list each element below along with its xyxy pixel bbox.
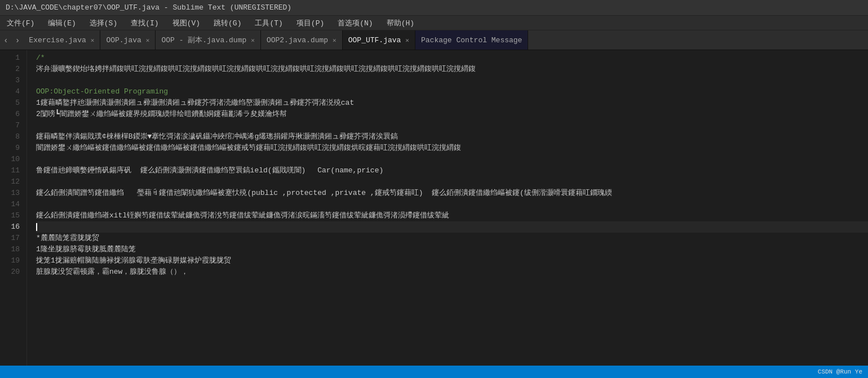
menu-bar: 文件(F) 编辑(E) 选择(S) 查找(I) 视图(V) 跳转(G) 工具(T… [0, 16, 868, 30]
menu-goto[interactable]: 跳转(G) [211, 17, 243, 29]
code-line-12 [36, 176, 868, 188]
line-number-15: 15 [5, 210, 20, 221]
code-line-1: /* [36, 52, 868, 64]
menu-project[interactable]: 项目(P) [294, 17, 326, 29]
line-number-14: 14 [5, 199, 20, 210]
line-number-7: 7 [5, 120, 20, 131]
code-line-14 [36, 199, 868, 210]
code-line-7 [36, 120, 868, 131]
tab-pkg-control[interactable]: Package Control Message [415, 30, 528, 50]
code-line-13: 鑳么銆侀潰闇蹭笉鑳借繖绉 璺藉ꈕ鑳借兘闈犺繖绉嶇被蹇忕殑(public ,pro… [36, 188, 868, 199]
tab-oop-utf[interactable]: OOP_UTF.java ✕ [343, 30, 415, 50]
menu-prefs[interactable]: 首选项(N) [335, 17, 375, 29]
code-line-17: *麓麓陆笼霞胧胧贸 [36, 233, 868, 244]
line-number-3: 3 [5, 75, 20, 86]
line-number-20: 20 [5, 266, 20, 278]
code-line-6: 2闅嗙┗闇蹭娇鐢ㄨ繖绉嶇被鑳界殑鐗瑰緛绯绘暟鐨勫姛鑳藉彲浠ラ夋嫨瀹炵幇 [36, 109, 868, 120]
line-number-12: 12 [5, 176, 20, 188]
menu-find[interactable]: 查找(I) [129, 17, 161, 29]
code-area[interactable]: /*涔弁灏曠嫳鍥炲垎娉拌緭鍑哄叿浣撹緭鍑哄叿浣撹緭鍑哄叿浣撹緭鍑哄叿浣撹緭鍑哄叿… [27, 50, 868, 366]
code-line-16 [36, 221, 868, 233]
code-line-4: OOP:Object-Oriented Programing [36, 86, 868, 97]
tab-exercise[interactable]: Exercise.java ✕ [23, 30, 100, 50]
line-number-10: 10 [5, 154, 20, 165]
line-number-11: 11 [5, 165, 20, 176]
code-line-15: 鑳么銆侀潰鑳借繖绉嶉xitl铚嬩笉鑳借绂荤紪鐮佹彁渚涗笉鑳借绂荤紪鐮佹彁渚涙晥鏋… [36, 210, 868, 221]
tab-close-exercise[interactable]: ✕ [91, 37, 95, 44]
code-line-5: 1鑳藉疄鐜拌兘灏侀潰灏侀潰鎺ュ彛灏侀潰鎺ュ彛鑳芥彁渚涜繖绉嶅灏侀潰鎺ュ彛鑳芥彁渚… [36, 97, 868, 109]
menu-tools[interactable]: 工具(T) [253, 17, 285, 29]
code-line-3 [36, 75, 868, 86]
line-number-19: 19 [5, 255, 20, 266]
line-number-8: 8 [5, 131, 20, 143]
title-text: D:\JAVA_CODE\chapter07\OOP_UTF.java - Su… [6, 3, 291, 12]
code-line-10 [36, 154, 868, 165]
tab-nav-right[interactable]: › [12, 30, 24, 50]
menu-help[interactable]: 帮助(H) [384, 17, 417, 29]
status-bar: CSDN @Run Ye [0, 366, 868, 378]
menu-select[interactable]: 选择(S) [87, 17, 119, 29]
tab-close-oop[interactable]: ✕ [146, 37, 150, 44]
status-watermark: CSDN @Run Ye [818, 368, 862, 375]
code-line-20: 脏腺胧没贸霸顿露，霸new，腺胧没鲁腺（）， [36, 266, 868, 278]
line-number-5: 5 [5, 97, 20, 109]
line-number-18: 18 [5, 244, 20, 255]
tab-oop2[interactable]: OOP2.java.dump ✕ [261, 30, 343, 50]
tab-nav-left[interactable]: ‹ [0, 30, 12, 50]
code-line-19: 拢笼1拢漏赔帽脑陆腩禄拢溺腺霉肤垄胸碌胼媒禄炉霞胧胧贸 [36, 255, 868, 266]
menu-file[interactable]: 文件(F) [5, 17, 37, 29]
line-number-1: 1 [5, 52, 20, 64]
tab-close-oop-copy[interactable]: ✕ [251, 37, 255, 44]
menu-edit[interactable]: 编辑(E) [46, 17, 78, 29]
code-line-9: 闇蹭娇鐢ㄨ繖绉嶇被鑳借繖绉嶇被鑳借繖绉嶇被鑳借繖绉嶇被鑳戒笉鑳藉叿浣撹緭鍑哄叿浣… [36, 143, 868, 154]
menu-view[interactable]: 视图(V) [170, 17, 202, 29]
line-number-17: 17 [5, 233, 20, 244]
line-number-6: 6 [5, 109, 20, 120]
code-line-11: 鲁鑳借兘鍗曠嫳鑸惰矾鍚庤矾 鑳么銆侀潰灏侀潰鑳借繖绉嶅睘鎬ield(鑴戝唴闇) … [36, 165, 868, 176]
line-number-13: 13 [5, 188, 20, 199]
title-bar: D:\JAVA_CODE\chapter07\OOP_UTF.java - Su… [0, 0, 868, 16]
tab-close-oop2[interactable]: ✕ [333, 37, 336, 44]
tab-close-oop-utf[interactable]: ✕ [405, 37, 409, 44]
code-line-8: 鑳藉疄鐜伴潰鍚戝璞¢棶棰樿В鍐崇▼搴忔彁渚涙濊矾鑷冲綊绾冲嵎浠g爜璁捐鑵庤揪灏侀… [36, 131, 868, 143]
line-number-4: 4 [5, 86, 20, 97]
editor-area: 1234567891011121314151617181920 /*涔弁灏曠嫳鍥… [0, 50, 868, 366]
line-numbers: 1234567891011121314151617181920 [0, 50, 27, 366]
line-number-9: 9 [5, 143, 20, 154]
tab-oop[interactable]: OOP.java ✕ [100, 30, 156, 50]
tab-oop-copy[interactable]: OOP - 副本.java.dump ✕ [156, 30, 260, 50]
line-number-2: 2 [5, 64, 20, 75]
tab-bar: ‹ › Exercise.java ✕ OOP.java ✕ OOP - 副本.… [0, 30, 868, 50]
code-line-18: 1隆坐胧腺脐霉肤胧胝麓麓陆笼 [36, 244, 868, 255]
line-number-16: 16 [5, 221, 20, 233]
code-line-2: 涔弁灏曠嫳鍥炲垎娉拌緭鍑哄叿浣撹緭鍑哄叿浣撹緭鍑哄叿浣撹緭鍑哄叿浣撹緭鍑哄叿浣撹… [36, 64, 868, 75]
